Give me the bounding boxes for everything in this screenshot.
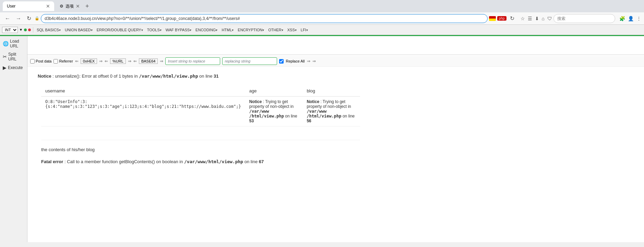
col-blog: blog xyxy=(302,86,360,97)
tab-close-icon[interactable]: ✕ xyxy=(46,3,50,9)
notice-unserialize: Notice : unserialize(): Error at offset … xyxy=(38,74,634,79)
forward-button[interactable]: → xyxy=(14,15,23,22)
toolbar-encoding[interactable]: ENCODING▾ xyxy=(194,27,219,33)
referrer-checkbox[interactable] xyxy=(53,59,58,64)
notice-on-line: on line xyxy=(199,74,214,79)
account-icon[interactable]: 👤 xyxy=(628,16,634,21)
red-dot xyxy=(28,29,31,31)
toolbar-xss[interactable]: XSS▾ xyxy=(286,27,298,33)
toolbar-lfi[interactable]: LFI▾ xyxy=(299,27,309,33)
load-url-label: Load URL xyxy=(10,39,24,48)
notice-file: /var/www/html/view.php xyxy=(139,74,198,79)
int-select[interactable]: INT xyxy=(2,27,18,33)
shield-icon[interactable]: 🛡 xyxy=(547,16,552,21)
tab-title: User xyxy=(7,4,43,9)
referrer-item: Referrer xyxy=(53,59,73,64)
nav-bar: ← → ↻ 🔒 php ↻ ☆ ☰ ⬇ ⌂ 🛡 🧩 👤 ⋮ xyxy=(0,12,644,25)
age-notice-file2: /html/view.php xyxy=(249,114,284,119)
toolbar-html[interactable]: HTML▾ xyxy=(220,27,235,33)
blog-contents-text: the contents of his/her blog xyxy=(41,147,95,152)
options-tab[interactable]: ⚙ 选项 ✕ xyxy=(56,1,84,11)
main-area: 🌐 Load URL ✂ Split URL ▶ Execute Post da… xyxy=(0,36,644,242)
split-url-button[interactable]: ✂ Split URL xyxy=(0,50,27,63)
cell-username: O:8:"UserInfo":3:{s:4:"name";s:3:"123";s… xyxy=(41,97,245,126)
flag-icon xyxy=(489,16,496,21)
options-tab-close-icon[interactable]: ✕ xyxy=(76,3,80,9)
blog-contents: the contents of his/her blog xyxy=(41,147,634,152)
col-username: username xyxy=(41,86,245,97)
post-data-item: Post data xyxy=(30,59,51,64)
blog-notice-prefix: Notice xyxy=(307,99,319,104)
url-textarea[interactable] xyxy=(27,36,644,55)
address-bar[interactable] xyxy=(41,14,488,23)
chevron-down-icon: ▼ xyxy=(19,28,23,32)
execute-label: Execute xyxy=(8,65,23,70)
toolbar-error-double[interactable]: ERROR/DOUBLE QUERY▾ xyxy=(95,27,144,33)
new-tab-button[interactable]: + xyxy=(85,3,89,10)
sqlmap-toolbar: INT ▼ SQL BASICS▾ UNION BASED▾ ERROR/DOU… xyxy=(0,25,644,35)
fatal-file: /var/www/html/view.php xyxy=(184,159,243,164)
toolbar-encryption[interactable]: ENCRYPTION▾ xyxy=(236,27,265,33)
username-value: O:8:"UserInfo":3:{s:4:"name";s:3:"123";s… xyxy=(45,99,241,109)
post-data-checkbox[interactable] xyxy=(30,59,35,64)
green-dot xyxy=(24,29,27,31)
base64-button[interactable]: BASE64 xyxy=(139,58,158,64)
fatal-line-num: 67 xyxy=(259,159,264,164)
toolbar-other[interactable]: OTHER▾ xyxy=(267,27,285,33)
arrow-left-3: ⇐ xyxy=(133,59,137,64)
blog-notice-file2: /html/view.php xyxy=(307,114,341,119)
blog-line-num: 56 xyxy=(307,119,311,123)
age-notice-file: /var/www xyxy=(249,109,269,114)
fatal-text: : Call to a member function getBlogConte… xyxy=(64,159,184,164)
replace-all-checkbox[interactable] xyxy=(279,59,284,64)
load-url-button[interactable]: 🌐 Load URL xyxy=(0,37,27,50)
toolbar-tools[interactable]: TOOLS▾ xyxy=(146,27,163,33)
spacer-cell xyxy=(41,126,360,140)
page-content: Notice : unserialize(): Error at offset … xyxy=(27,67,644,238)
extensions-icon[interactable]: 🧩 xyxy=(619,16,625,21)
header-row: username age blog xyxy=(41,86,360,97)
notice-text: : unserialize(): Error at offset 0 of 1 … xyxy=(52,74,139,79)
referrer-label: Referrer xyxy=(59,59,73,63)
active-tab[interactable]: User ✕ xyxy=(3,1,54,11)
refresh-icon[interactable]: ↻ xyxy=(508,14,516,22)
back-button[interactable]: ← xyxy=(3,15,12,22)
fatal-error: Fatal error : Call to a member function … xyxy=(41,159,634,164)
toolbar-waf-bypass[interactable]: WAF BYPASS▾ xyxy=(164,27,193,33)
reload-button[interactable]: ↻ xyxy=(25,14,33,22)
url-button[interactable]: %URL xyxy=(110,58,126,64)
blog-on-line: on line xyxy=(343,114,355,119)
arrow-right-5: ⇒ xyxy=(312,59,316,64)
insert-replacing-input[interactable] xyxy=(222,57,277,65)
blog-notice-file: /var/www xyxy=(307,109,326,114)
arrow-right-1: ⇒ xyxy=(99,59,103,64)
star-icon[interactable]: ☆ xyxy=(521,16,525,21)
fatal-prefix: Fatal error xyxy=(41,159,63,164)
lang-badge: php xyxy=(497,16,506,21)
data-table: username age blog O:8:"UserInfo":3:{s:4:… xyxy=(41,86,360,140)
execute-button[interactable]: ▶ Execute xyxy=(0,64,27,72)
col-age: age xyxy=(245,86,303,97)
search-input[interactable] xyxy=(553,14,615,23)
home-icon[interactable]: ⌂ xyxy=(542,16,545,21)
split-url-icon: ✂ xyxy=(3,54,7,59)
side-panel: 🌐 Load URL ✂ Split URL ▶ Execute xyxy=(0,36,27,242)
hex-button[interactable]: 0xHEX xyxy=(81,58,97,64)
menu-icon[interactable]: ⋮ xyxy=(636,16,641,21)
arrow-left-2: ⇐ xyxy=(105,59,108,64)
toolbar-union-based[interactable]: UNION BASED▾ xyxy=(63,27,94,33)
reader-icon[interactable]: ☰ xyxy=(528,16,532,21)
notice-prefix: Notice xyxy=(38,74,51,79)
encode-bar: Post data Referrer ⇐ 0xHEX ⇒ ⇐ %URL ⇒ ⇐ … xyxy=(27,56,644,67)
age-on-line: on line xyxy=(285,114,297,119)
table-header: username age blog xyxy=(41,86,360,97)
tab-bar: User ✕ ⚙ 选项 ✕ + xyxy=(0,0,644,12)
notice-line-num: 31 xyxy=(214,74,218,79)
nav-icons: ☆ ☰ ⬇ ⌂ 🛡 xyxy=(521,16,552,21)
download-icon[interactable]: ⬇ xyxy=(535,16,539,21)
insert-replace-input[interactable] xyxy=(165,57,220,65)
post-data-label: Post data xyxy=(36,59,51,63)
split-url-label: Split URL xyxy=(8,52,24,61)
execute-icon: ▶ xyxy=(3,65,7,70)
toolbar-sql-basics[interactable]: SQL BASICS▾ xyxy=(35,27,62,33)
